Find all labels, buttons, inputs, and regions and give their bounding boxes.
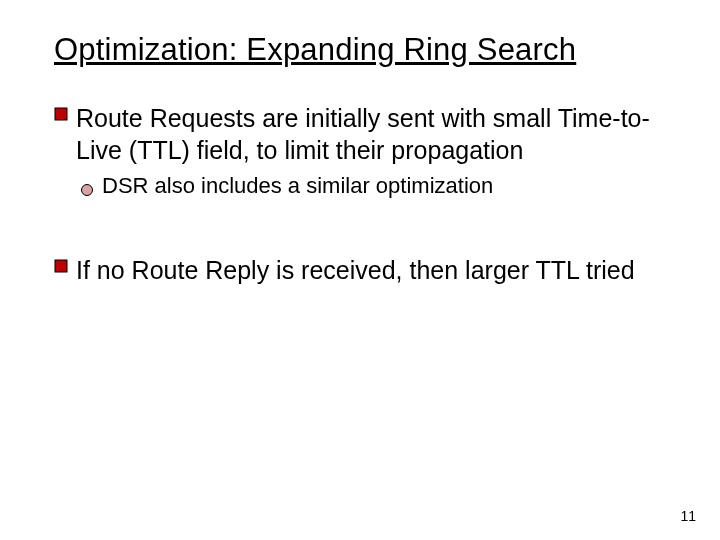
bullet-text: If no Route Reply is received, then larg… — [76, 254, 666, 286]
svg-point-1 — [82, 185, 93, 196]
bullet-level2: DSR also includes a similar optimization — [80, 172, 666, 204]
circle-bullet-icon — [80, 172, 102, 204]
bullet-text: DSR also includes a similar optimization — [102, 172, 666, 200]
page-number: 11 — [680, 508, 696, 524]
spacer — [54, 232, 666, 254]
square-bullet-icon — [54, 102, 76, 121]
bullet-level1: If no Route Reply is received, then larg… — [54, 254, 666, 286]
square-bullet-icon — [54, 254, 76, 273]
slide: Optimization: Expanding Ring Search Rout… — [0, 0, 720, 540]
svg-rect-2 — [55, 260, 67, 272]
bullet-list: Route Requests are initially sent with s… — [54, 102, 666, 286]
bullet-text: Route Requests are initially sent with s… — [76, 102, 666, 166]
svg-rect-0 — [55, 108, 67, 120]
slide-title: Optimization: Expanding Ring Search — [54, 32, 666, 68]
bullet-level1: Route Requests are initially sent with s… — [54, 102, 666, 166]
